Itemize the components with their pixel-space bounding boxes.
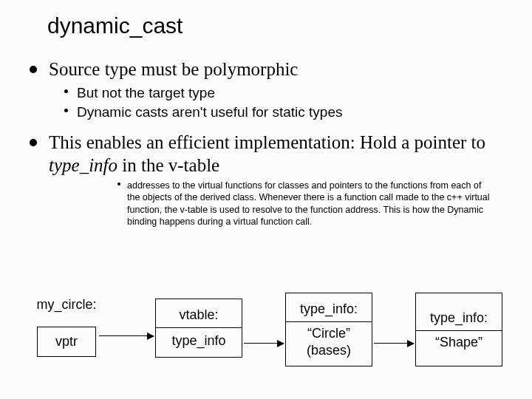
bullet-2-type-info: type_info: [49, 155, 117, 175]
box-field-vptr: vptr: [37, 327, 96, 357]
bullet-2-text-a: This enables an efficient implementation…: [49, 132, 485, 152]
dot-icon: [117, 183, 120, 185]
arrow-icon: [244, 343, 284, 344]
box-label: vtable:: [179, 305, 218, 325]
box-value: “Circle”: [307, 325, 350, 342]
dot-icon: [64, 89, 68, 93]
box-field-typeinfo: type_info: [171, 331, 225, 351]
box-vtable: vtable: type_info: [155, 299, 242, 358]
dot-icon: [64, 109, 68, 112]
box-label: type_info:: [430, 308, 488, 328]
disc-icon: [30, 66, 37, 73]
disc-icon: [30, 139, 37, 146]
box-value: “Shape”: [435, 334, 482, 351]
box-bases: (bases): [307, 342, 351, 359]
slide-title: dynamic_cast: [47, 13, 505, 38]
arrow-icon: [374, 343, 414, 344]
box-label: type_info:: [300, 299, 358, 319]
vtable-diagram: my_circle: vptr vtable: type_info type_i…: [0, 281, 532, 392]
bullet-2: This enables an efficient implementation…: [27, 131, 505, 177]
bullet-2-sub-1-text: addresses to the virtual functions for c…: [127, 180, 490, 227]
bullet-1-sub-1: But not the target type: [62, 83, 505, 103]
bullet-1: Source type must be polymorphic: [27, 58, 505, 81]
bullet-1-text: Source type must be polymorphic: [49, 59, 298, 79]
box-label: my_circle:: [36, 296, 96, 313]
arrow-icon: [99, 335, 154, 336]
box-typeinfo-shape: type_info: “Shape”: [415, 293, 502, 366]
bullet-1-sub-1-text: But not the target type: [77, 85, 215, 100]
bullet-2-text-b: in the v-table: [117, 155, 219, 175]
box-typeinfo-circle: type_info: “Circle” (bases): [285, 293, 372, 366]
box-my-circle: my_circle: vptr: [22, 290, 111, 364]
bullet-1-sub-2: Dynamic casts aren't useful for static t…: [62, 103, 505, 122]
bullet-2-sub-1: addresses to the virtual functions for c…: [115, 180, 505, 228]
bullet-1-sub-2-text: Dynamic casts aren't useful for static t…: [77, 104, 343, 120]
